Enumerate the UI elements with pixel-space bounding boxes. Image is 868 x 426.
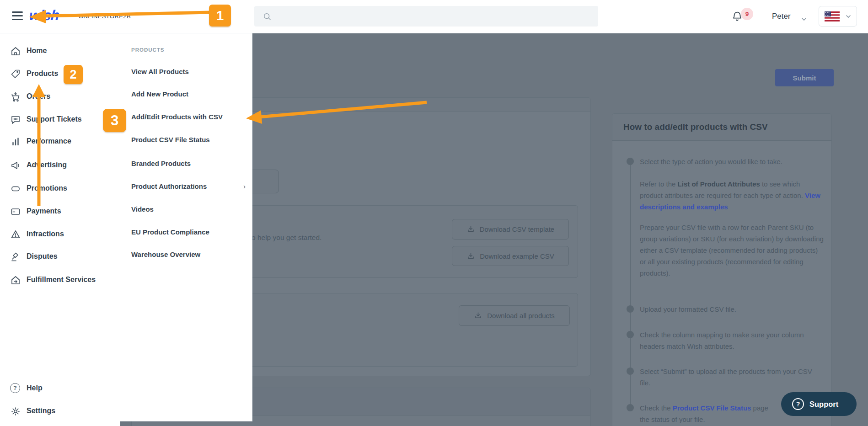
wish-logo[interactable]: wish bbox=[28, 7, 60, 24]
submenu-item-warehouse-overview[interactable]: Warehouse Overview bbox=[131, 250, 200, 261]
step-bullet bbox=[627, 305, 634, 313]
help-step-1: Select the type of action you would like… bbox=[640, 156, 824, 167]
chevron-right-icon: › bbox=[243, 182, 246, 190]
tag-icon bbox=[10, 69, 21, 80]
help-step-4: Select “Submit” to upload all the produc… bbox=[640, 366, 824, 389]
user-menu[interactable]: Peter bbox=[772, 12, 791, 21]
sidebar-item-support-tickets[interactable]: Support Tickets bbox=[0, 111, 120, 129]
annotation-badge-2: 2 bbox=[64, 65, 83, 84]
megaphone-icon bbox=[10, 160, 21, 171]
bar-chart-icon bbox=[10, 136, 21, 147]
help-step-1-detail: Refer to the List of Product Attributes … bbox=[640, 178, 824, 213]
download-all-products-label: Download all products bbox=[487, 312, 555, 320]
chat-icon bbox=[10, 114, 21, 125]
product-csv-file-status-link[interactable]: Product CSV File Status bbox=[673, 404, 751, 412]
sidebar-item-payments[interactable]: Payments bbox=[0, 202, 120, 221]
submenu-item-add-new-product[interactable]: Add New Product bbox=[131, 90, 188, 101]
sidebar-item-disputes[interactable]: Disputes bbox=[0, 248, 120, 266]
search-input[interactable] bbox=[276, 12, 598, 21]
helper-text: o help you get started. bbox=[252, 234, 321, 242]
sidebar-label: Products bbox=[27, 69, 58, 78]
submenu-item-view-all-products[interactable]: View All Products bbox=[131, 68, 189, 79]
notification-count-badge[interactable]: 9 bbox=[741, 8, 753, 20]
sidebar-label: Home bbox=[27, 47, 47, 55]
sidebar-label: Settings bbox=[27, 407, 55, 415]
step5-post: page bbox=[751, 404, 768, 412]
top-bar: wish ONLINESTORE2B 9 Peter bbox=[0, 0, 868, 33]
submenu-item-eu-product-compliance[interactable]: EU Product Compliance bbox=[131, 228, 209, 239]
question-circle-icon: ? bbox=[792, 398, 804, 410]
download-csv-template-button[interactable]: Download CSV template bbox=[452, 219, 569, 240]
p1-pre: Refer to the bbox=[640, 180, 678, 188]
download-icon bbox=[474, 311, 482, 320]
download-icon bbox=[466, 225, 475, 234]
sidebar: Home Products Orders Support Tickets Per… bbox=[0, 33, 120, 426]
submenu-item-product-csv-file-status[interactable]: Product CSV File Status bbox=[131, 136, 210, 147]
sidebar-item-performance[interactable]: Performance bbox=[0, 133, 120, 151]
products-submenu: PRODUCTS View All Products Add New Produ… bbox=[120, 33, 252, 421]
support-label: Support bbox=[809, 400, 838, 409]
sidebar-item-help[interactable]: ? Help bbox=[0, 379, 120, 398]
download-example-csv-label: Download example CSV bbox=[480, 252, 554, 260]
download-icon bbox=[466, 252, 475, 261]
sidebar-label: Infractions bbox=[27, 230, 64, 238]
help-step-1-prepare: Prepare your CSV file with a row for eac… bbox=[640, 222, 824, 279]
step-bullet bbox=[627, 367, 634, 375]
gavel-icon bbox=[10, 251, 21, 262]
help-panel-title: How to add/edit products with CSV bbox=[623, 122, 768, 132]
warning-triangle-icon bbox=[10, 229, 21, 240]
submenu-item-add-edit-products-with-csv[interactable]: Add/Edit Products with CSV bbox=[131, 113, 223, 124]
download-csv-template-label: Download CSV template bbox=[480, 225, 554, 233]
chevron-down-icon bbox=[846, 15, 851, 18]
step-bullet bbox=[627, 404, 634, 411]
sidebar-item-promotions[interactable]: Promotions bbox=[0, 180, 120, 198]
us-flag bbox=[825, 11, 840, 21]
sidebar-item-fulfillment-services[interactable]: Fulfillment Services bbox=[0, 271, 120, 289]
sidebar-item-orders[interactable]: Orders bbox=[0, 88, 120, 106]
sidebar-item-products[interactable]: Products bbox=[0, 65, 120, 83]
sidebar-label: Help bbox=[27, 384, 43, 392]
support-button[interactable]: ? Support bbox=[781, 392, 857, 416]
annotation-badge-1: 1 bbox=[209, 5, 231, 27]
help-step-3: Check the column mapping to make sure yo… bbox=[640, 329, 824, 352]
chevron-down-icon[interactable] bbox=[801, 15, 807, 23]
sidebar-item-infractions[interactable]: Infractions bbox=[0, 225, 120, 244]
submenu-item-videos[interactable]: Videos bbox=[131, 205, 154, 216]
download-all-products-button[interactable]: Download all products bbox=[459, 305, 570, 326]
step-bullet bbox=[627, 331, 634, 338]
sidebar-item-settings[interactable]: Settings bbox=[0, 402, 120, 421]
language-selector[interactable] bbox=[819, 6, 857, 27]
p1-bold: List of Product Attributes bbox=[678, 180, 760, 188]
help-panel: How to add/edit products with CSV Select… bbox=[612, 113, 832, 426]
sidebar-label: Promotions bbox=[27, 184, 67, 192]
fulfillment-icon bbox=[10, 275, 21, 286]
help-step-2: Upload your formatted CSV file. bbox=[640, 304, 824, 315]
annotation-badge-3: 3 bbox=[103, 109, 126, 132]
cart-icon bbox=[10, 91, 21, 102]
coupon-icon bbox=[10, 183, 21, 194]
sidebar-item-home[interactable]: Home bbox=[0, 42, 120, 60]
credit-card-icon bbox=[10, 206, 21, 217]
sidebar-label: Orders bbox=[27, 92, 50, 101]
home-icon bbox=[10, 46, 21, 57]
hamburger-menu-icon[interactable] bbox=[12, 11, 23, 21]
sidebar-label: Advertising bbox=[27, 161, 67, 169]
submenu-item-product-authorizations[interactable]: Product Authorizations › bbox=[131, 182, 207, 193]
step5-pre: Check the bbox=[640, 404, 673, 412]
submenu-item-branded-products[interactable]: Branded Products bbox=[131, 160, 191, 170]
sidebar-label: Support Tickets bbox=[27, 115, 82, 123]
sidebar-label: Disputes bbox=[27, 252, 58, 261]
search-bar[interactable] bbox=[254, 6, 598, 27]
store-name: ONLINESTORE2B bbox=[79, 13, 131, 20]
step-bullet bbox=[627, 158, 634, 165]
download-example-csv-button[interactable]: Download example CSV bbox=[452, 246, 569, 266]
submit-button[interactable]: Submit bbox=[775, 69, 834, 86]
sidebar-item-advertising[interactable]: Advertising bbox=[0, 156, 120, 175]
sidebar-label: Performance bbox=[27, 137, 71, 145]
submenu-header: PRODUCTS bbox=[131, 47, 165, 53]
search-icon bbox=[263, 12, 272, 21]
gear-icon bbox=[10, 406, 21, 417]
sidebar-label: Fulfillment Services bbox=[27, 276, 96, 284]
sidebar-label: Payments bbox=[27, 207, 61, 215]
submenu-label: Product Authorizations bbox=[131, 182, 207, 190]
